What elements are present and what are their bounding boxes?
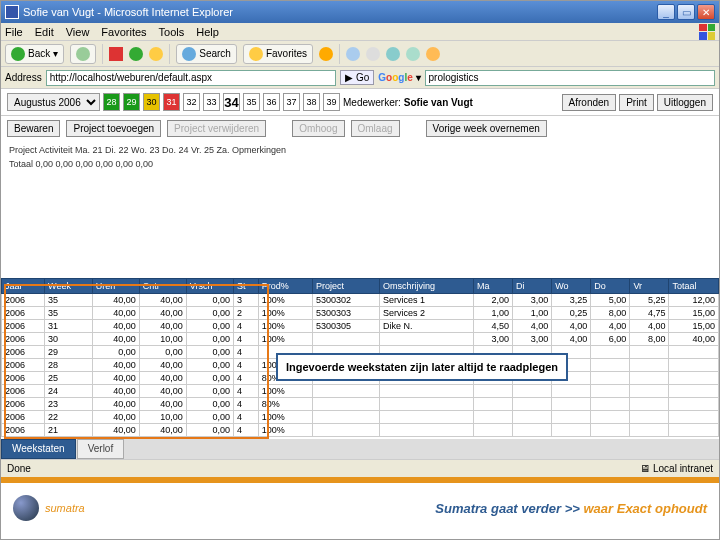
table-row[interactable]: 20062440,0040,000,004100% <box>2 385 719 398</box>
vorige-week-button[interactable]: Vorige week overnemen <box>426 120 547 137</box>
annotation-callout: Ingevoerde weekstaten zijn later altijd … <box>276 353 568 381</box>
page-content: Augustus 2006 28 29 30 31 32 33 34 35 36… <box>1 89 719 459</box>
col-header: Prod% <box>258 279 312 294</box>
minimize-button[interactable]: _ <box>657 4 675 20</box>
refresh-icon[interactable] <box>129 47 143 61</box>
menu-favorites[interactable]: Favorites <box>101 26 146 38</box>
week-34-current[interactable]: 34 <box>223 93 240 111</box>
url-input[interactable] <box>46 70 336 86</box>
afronden-button[interactable]: Afronden <box>562 94 617 111</box>
col-header: Project <box>312 279 379 294</box>
omlaag-button[interactable]: Omlaag <box>351 120 400 137</box>
uitloggen-button[interactable]: Uitloggen <box>657 94 713 111</box>
col-header: Omschrijving <box>379 279 473 294</box>
tab-weekstaten[interactable]: Weekstaten <box>1 439 76 459</box>
menu-tools[interactable]: Tools <box>159 26 185 38</box>
entry-summary: Project Activiteit Ma. 21 Di. 22 Wo. 23 … <box>1 141 719 173</box>
window-titlebar: Sofie van Vugt - Microsoft Internet Expl… <box>1 1 719 23</box>
intranet-icon: 🖥 <box>640 463 650 474</box>
col-header: Week <box>45 279 93 294</box>
stop-icon[interactable] <box>109 47 123 61</box>
slogan: Sumatra gaat verder >> waar Exact ophoud… <box>435 501 707 516</box>
security-zone: 🖥Local intranet <box>640 463 713 474</box>
discuss-icon[interactable] <box>406 47 420 61</box>
project-toevoegen-button[interactable]: Project toevoegen <box>66 120 161 137</box>
star-icon <box>249 47 263 61</box>
logo-text: sumatra <box>45 502 85 514</box>
menu-bar: File Edit View Favorites Tools Help <box>1 23 719 41</box>
col-header: Di <box>513 279 552 294</box>
forward-button[interactable] <box>70 44 96 64</box>
omhoog-button[interactable]: Omhoog <box>292 120 344 137</box>
week-35[interactable]: 35 <box>243 93 260 111</box>
week-33[interactable]: 33 <box>203 93 220 111</box>
week-36[interactable]: 36 <box>263 93 280 111</box>
col-header: Do <box>591 279 630 294</box>
summary-totals: Totaal 0,00 0,00 0,00 0,00 0,00 0,00 <box>9 159 711 169</box>
action-bar: Bewaren Project toevoegen Project verwij… <box>1 116 719 141</box>
home-icon[interactable] <box>149 47 163 61</box>
back-icon <box>11 47 25 61</box>
table-row[interactable]: 20063540,0040,000,002100%5300303Services… <box>2 307 719 320</box>
medewerker-label: Medewerker: <box>343 97 401 108</box>
nav-toolbar: Back ▾ Search Favorites <box>1 41 719 67</box>
slide-footer: sumatra Sumatra gaat verder >> waar Exac… <box>1 477 719 539</box>
week-39[interactable]: 39 <box>323 93 340 111</box>
menu-edit[interactable]: Edit <box>35 26 54 38</box>
menu-help[interactable]: Help <box>196 26 219 38</box>
table-row[interactable]: 20062240,0010,000,004100% <box>2 411 719 424</box>
messenger-icon[interactable] <box>426 47 440 61</box>
address-bar: Address ▶ Go Google ▾ <box>1 67 719 89</box>
search-icon <box>182 47 196 61</box>
window-title: Sofie van Vugt - Microsoft Internet Expl… <box>23 6 233 18</box>
windows-logo-icon <box>699 24 715 40</box>
google-search-input[interactable] <box>425 70 715 86</box>
medewerker-name: Sofie van Vugt <box>404 97 473 108</box>
print-icon[interactable] <box>366 47 380 61</box>
edit-icon[interactable] <box>386 47 400 61</box>
col-header: Cntr <box>139 279 186 294</box>
week-37[interactable]: 37 <box>283 93 300 111</box>
col-header: Vrsch <box>186 279 233 294</box>
week-31[interactable]: 31 <box>163 93 180 111</box>
month-select[interactable]: Augustus 2006 <box>7 93 100 111</box>
print-button[interactable]: Print <box>619 94 654 111</box>
menu-file[interactable]: File <box>5 26 23 38</box>
favorites-button[interactable]: Favorites <box>243 44 313 64</box>
maximize-button[interactable]: ▭ <box>677 4 695 20</box>
week-38[interactable]: 38 <box>303 93 320 111</box>
table-row[interactable]: 20062340,0040,000,00480% <box>2 398 719 411</box>
back-button[interactable]: Back ▾ <box>5 44 64 64</box>
search-button[interactable]: Search <box>176 44 237 64</box>
mail-icon[interactable] <box>346 47 360 61</box>
go-button[interactable]: ▶ Go <box>340 70 374 85</box>
summary-header: Project Activiteit Ma. 21 Di. 22 Wo. 23 … <box>9 145 711 155</box>
menu-view[interactable]: View <box>66 26 90 38</box>
col-header: Ma <box>474 279 513 294</box>
table-row[interactable]: 20063540,0040,000,003100%5300302Services… <box>2 294 719 307</box>
tab-verlof[interactable]: Verlof <box>77 439 125 459</box>
week-29[interactable]: 29 <box>123 93 140 111</box>
project-verwijderen-button[interactable]: Project verwijderen <box>167 120 266 137</box>
week-selector-bar: Augustus 2006 28 29 30 31 32 33 34 35 36… <box>1 89 719 116</box>
week-32[interactable]: 32 <box>183 93 200 111</box>
table-row[interactable]: 20063140,0040,000,004100%5300305Dike N.4… <box>2 320 719 333</box>
logo-orb-icon <box>13 495 39 521</box>
col-header: Totaal <box>669 279 719 294</box>
history-icon[interactable] <box>319 47 333 61</box>
week-30[interactable]: 30 <box>143 93 160 111</box>
sumatra-logo: sumatra <box>13 495 85 521</box>
status-text: Done <box>7 463 31 474</box>
col-header: Uren <box>92 279 139 294</box>
forward-icon <box>76 47 90 61</box>
close-button[interactable]: ✕ <box>697 4 715 20</box>
col-header: St <box>234 279 259 294</box>
bottom-tabs: Weekstaten Verlof <box>1 439 719 459</box>
bewaren-button[interactable]: Bewaren <box>7 120 60 137</box>
col-header: Vr <box>630 279 669 294</box>
table-row[interactable]: 20062140,0040,000,004100% <box>2 424 719 437</box>
google-toolbar[interactable]: Google ▾ <box>378 72 420 83</box>
week-28[interactable]: 28 <box>103 93 120 111</box>
ie-icon <box>5 5 19 19</box>
table-row[interactable]: 20063040,0010,000,004100%3,003,004,006,0… <box>2 333 719 346</box>
